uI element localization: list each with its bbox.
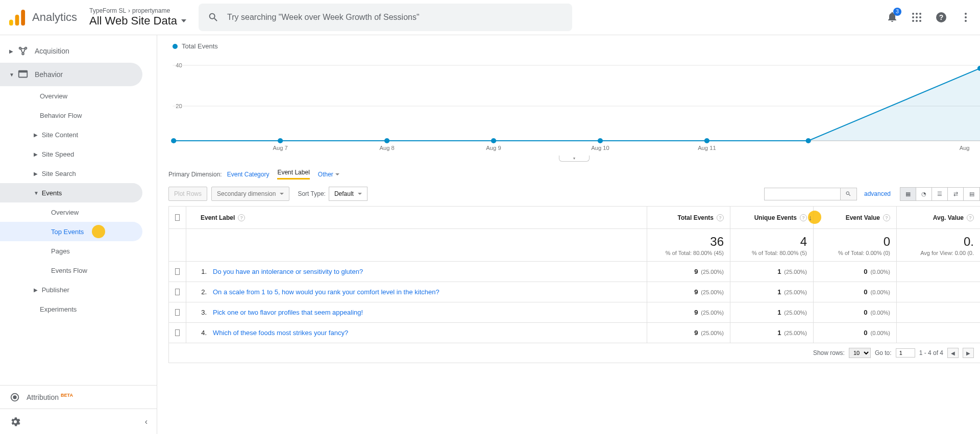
row-label-link[interactable]: Which of these foods most strikes your f… bbox=[213, 329, 348, 337]
apps-icon[interactable] bbox=[911, 11, 923, 23]
sidebar-item-publisher[interactable]: ▶ Publisher bbox=[0, 280, 157, 299]
dimension-other[interactable]: Other bbox=[318, 171, 339, 178]
svg-point-19 bbox=[22, 53, 24, 55]
secondary-dimension-button[interactable]: Secondary dimension bbox=[211, 187, 289, 201]
nav: ▶ Acquisition ▼ Behavior Overview Behavi… bbox=[0, 35, 157, 385]
sidebar-item-pages[interactable]: Pages bbox=[0, 241, 157, 261]
sidebar-item-site-content[interactable]: ▶ Site Content bbox=[0, 125, 157, 144]
prev-page-button[interactable]: ◀ bbox=[947, 348, 959, 358]
row-avg-value bbox=[897, 323, 980, 343]
col-avg-value[interactable]: Avg. Value? bbox=[897, 207, 980, 228]
row-checkbox[interactable] bbox=[175, 289, 180, 295]
sort-type-select[interactable]: Default bbox=[329, 187, 368, 201]
row-unique-events: 1(25.00%) bbox=[730, 302, 814, 322]
advanced-link[interactable]: advanced bbox=[864, 190, 891, 197]
collapse-sidebar-button[interactable]: ‹ bbox=[145, 417, 148, 426]
svg-point-29 bbox=[278, 138, 283, 143]
sidebar-item-behavior-flow[interactable]: Behavior Flow bbox=[0, 106, 157, 125]
hint-icon[interactable]: ? bbox=[883, 214, 890, 221]
table-search-button[interactable] bbox=[841, 188, 857, 200]
row-unique-events: 1(25.00%) bbox=[730, 323, 814, 343]
row-checkbox[interactable] bbox=[175, 268, 180, 275]
table-row: 1.Do you have an intolerance or sensitiv… bbox=[169, 262, 980, 282]
sidebar-item-events-flow[interactable]: Events Flow bbox=[0, 261, 157, 280]
svg-point-3 bbox=[912, 13, 914, 15]
search-input[interactable]: Try searching "Week over Week Growth of … bbox=[199, 4, 572, 31]
events-table: Event Label? Total Events? Unique Events… bbox=[168, 206, 980, 363]
svg-rect-2 bbox=[21, 9, 25, 25]
col-checkbox bbox=[169, 207, 186, 228]
next-page-button[interactable]: ▶ bbox=[963, 348, 974, 358]
hint-icon[interactable]: ? bbox=[717, 214, 724, 221]
col-unique-events[interactable]: Unique Events? ↓ bbox=[730, 207, 814, 228]
app-name: Analytics bbox=[32, 11, 77, 24]
view-table-icon[interactable]: ▦ bbox=[900, 188, 916, 200]
select-all-checkbox[interactable] bbox=[175, 214, 180, 221]
svg-point-30 bbox=[384, 138, 389, 143]
hint-icon[interactable]: ? bbox=[800, 214, 807, 221]
breadcrumb-account: TypeForm SL bbox=[89, 7, 126, 14]
analytics-logo-icon bbox=[8, 9, 26, 27]
help-icon[interactable]: ? bbox=[935, 11, 947, 23]
col-total-events[interactable]: Total Events? bbox=[647, 207, 730, 228]
table-footer: Show rows: 10 Go to: 1 - 4 of 4 ◀ ▶ bbox=[169, 343, 980, 363]
view-bars-icon[interactable]: ☰ bbox=[932, 188, 948, 200]
summary-value: 0. bbox=[964, 235, 974, 249]
col-label-text: Event Value bbox=[846, 214, 880, 221]
gear-icon[interactable] bbox=[9, 416, 21, 428]
go-to-input[interactable] bbox=[896, 348, 915, 358]
row-event-value: 0(0.00%) bbox=[814, 262, 897, 282]
svg-point-14 bbox=[965, 13, 967, 15]
sidebar-item-behavior[interactable]: ▼ Behavior bbox=[0, 63, 142, 86]
view-pivot-icon[interactable]: ▤ bbox=[964, 188, 979, 200]
row-checkbox[interactable] bbox=[175, 309, 180, 316]
row-label-link[interactable]: Pick one or two flavor profiles that see… bbox=[213, 309, 363, 316]
nav-label: Events bbox=[42, 189, 62, 197]
table-search-input[interactable] bbox=[764, 188, 841, 200]
sidebar-item-events-overview[interactable]: Overview bbox=[0, 202, 157, 222]
dim-other-label: Other bbox=[318, 171, 333, 178]
row-label-link[interactable]: On a scale from 1 to 5, how would you ra… bbox=[213, 288, 439, 296]
summary-unique-events: 4% of Total: 80.00% (5) bbox=[730, 229, 814, 261]
col-label-text: Unique Events bbox=[754, 214, 797, 221]
view-pie-icon[interactable]: ◔ bbox=[916, 188, 932, 200]
sidebar-item-experiments[interactable]: Experiments bbox=[0, 299, 157, 319]
dimension-event-category[interactable]: Event Category bbox=[227, 171, 270, 178]
sidebar-item-overview[interactable]: Overview bbox=[0, 86, 157, 106]
svg-rect-1 bbox=[15, 14, 19, 25]
table-row: 3.Pick one or two flavor profiles that s… bbox=[169, 302, 980, 323]
notifications-button[interactable]: 3 bbox=[886, 11, 898, 24]
sidebar-item-site-search[interactable]: ▶ Site Search bbox=[0, 164, 157, 183]
svg-point-7 bbox=[916, 16, 918, 18]
row-total-events: 9(25.00%) bbox=[647, 282, 730, 302]
sidebar-item-top-events[interactable]: Top Events bbox=[0, 222, 142, 241]
chart-expand-handle[interactable]: ▾ bbox=[559, 156, 590, 162]
plot-rows-button[interactable]: Plot Rows bbox=[168, 187, 207, 201]
svg-point-5 bbox=[919, 13, 921, 15]
hint-icon[interactable]: ? bbox=[967, 214, 974, 221]
summary-cb bbox=[169, 229, 186, 261]
sidebar-item-attribution[interactable]: Attribution BETA bbox=[0, 385, 157, 409]
more-icon[interactable] bbox=[960, 11, 972, 23]
col-event-label[interactable]: Event Label? bbox=[186, 207, 647, 228]
dimension-event-label[interactable]: Event Label bbox=[277, 169, 309, 180]
hint-icon[interactable]: ? bbox=[238, 214, 245, 221]
view-selector: All Web Site Data bbox=[89, 14, 186, 28]
row-label-link[interactable]: Do you have an intolerance or sensitivit… bbox=[213, 268, 363, 275]
sort-down-icon: ↓ bbox=[808, 214, 812, 222]
view-compare-icon[interactable]: ⇄ bbox=[948, 188, 964, 200]
app-header: Analytics TypeForm SL › propertyname All… bbox=[0, 0, 980, 35]
row-checkbox[interactable] bbox=[175, 329, 180, 336]
app-logo[interactable]: Analytics bbox=[8, 9, 77, 27]
summary-total-events: 36% of Total: 80.00% (45) bbox=[647, 229, 730, 261]
svg-point-8 bbox=[919, 16, 921, 18]
col-event-value[interactable]: Event Value? bbox=[814, 207, 897, 228]
sidebar-item-acquisition[interactable]: ▶ Acquisition bbox=[0, 39, 157, 63]
property-selector[interactable]: TypeForm SL › propertyname All Web Site … bbox=[89, 7, 186, 28]
sec-dim-label: Secondary dimension bbox=[217, 190, 276, 197]
show-rows-select[interactable]: 10 bbox=[849, 348, 871, 358]
svg-point-32 bbox=[598, 138, 603, 143]
search-icon bbox=[845, 191, 851, 197]
sidebar-item-events[interactable]: ▼ Events bbox=[0, 183, 142, 202]
sidebar-item-site-speed[interactable]: ▶ Site Speed bbox=[0, 144, 157, 164]
